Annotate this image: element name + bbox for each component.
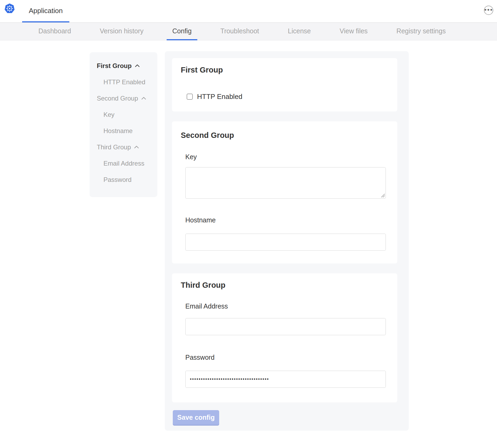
config-group-second: Second Group Key Hostname <box>172 121 397 263</box>
sidebar-item-http-enabled[interactable]: HTTP Enabled <box>90 74 157 90</box>
sidebar-item-password[interactable]: Password <box>90 171 157 188</box>
app-window: Application ●●● Dashboard Version histor… <box>0 0 497 448</box>
resize-handle-icon[interactable] <box>381 194 385 198</box>
hostname-input[interactable] <box>185 234 386 251</box>
sidebar-item-third-group[interactable]: Third Group <box>90 139 157 155</box>
more-options-button[interactable]: ●●● <box>484 6 493 15</box>
tab-registry-settings[interactable]: Registry settings <box>391 23 451 40</box>
sidebar-item-second-group[interactable]: Second Group <box>90 90 157 106</box>
app-nav-tabs: Dashboard Version history Config Trouble… <box>0 23 497 41</box>
http-enabled-checkbox[interactable] <box>187 94 193 100</box>
http-enabled-label[interactable]: HTTP Enabled <box>197 93 242 101</box>
sidebar-item-first-group[interactable]: First Group <box>90 58 157 74</box>
kubernetes-logo-icon <box>4 3 15 14</box>
sidebar-item-key[interactable]: Key <box>90 106 157 123</box>
hostname-label: Hostname <box>185 216 216 224</box>
tab-version-history[interactable]: Version history <box>94 23 149 40</box>
ellipsis-icon: ●●● <box>484 7 493 11</box>
top-bar: Application ●●● <box>0 0 497 23</box>
config-group-third: Third Group Email Address Password <box>172 273 397 402</box>
tab-troubleshoot[interactable]: Troubleshoot <box>215 23 265 40</box>
application-tab[interactable]: Application <box>22 0 69 22</box>
chevron-up-icon <box>135 64 140 67</box>
chevron-up-icon <box>141 97 146 100</box>
key-textarea[interactable] <box>185 167 386 199</box>
config-group-first: First Group HTTP Enabled <box>172 58 397 111</box>
chevron-up-icon <box>134 146 139 149</box>
sidebar-item-hostname[interactable]: Hostname <box>90 123 157 139</box>
tab-config[interactable]: Config <box>167 23 197 40</box>
tab-view-files[interactable]: View files <box>334 23 373 40</box>
key-field <box>185 167 386 199</box>
email-address-label: Email Address <box>185 302 228 310</box>
group-title: First Group <box>181 66 223 74</box>
group-title: Second Group <box>181 131 234 140</box>
sidebar-item-email-address[interactable]: Email Address <box>90 155 157 171</box>
password-label: Password <box>185 354 215 361</box>
key-label: Key <box>185 153 197 161</box>
group-title: Third Group <box>181 281 226 290</box>
config-panel: First Group HTTP Enabled Second Group Ke… <box>165 51 409 431</box>
http-enabled-field: HTTP Enabled <box>187 93 242 101</box>
tab-license[interactable]: License <box>282 23 316 40</box>
email-address-input[interactable] <box>185 318 386 335</box>
save-config-button[interactable]: Save config <box>173 410 219 425</box>
tab-dashboard[interactable]: Dashboard <box>33 23 77 40</box>
config-sidebar: First Group HTTP Enabled Second Group Ke… <box>90 52 157 197</box>
password-input[interactable] <box>185 371 386 388</box>
